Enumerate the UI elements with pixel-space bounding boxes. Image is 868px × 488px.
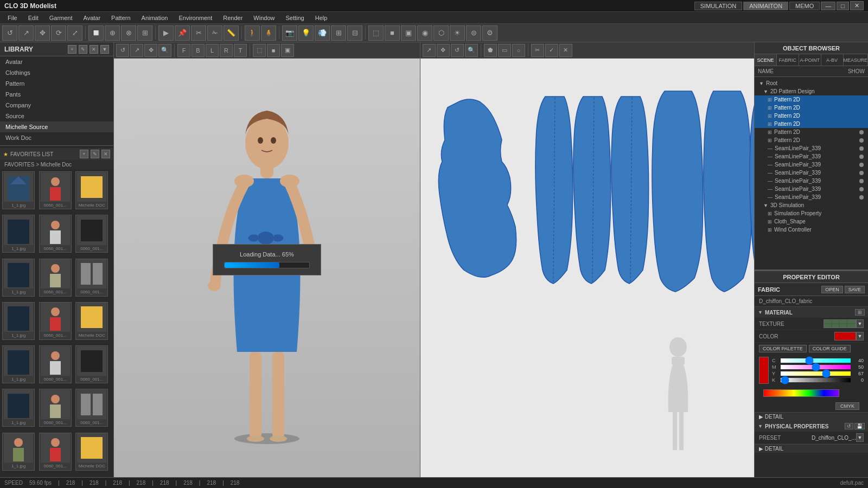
vp2d-add-circle[interactable]: ○ xyxy=(512,44,525,57)
tree-sim-property[interactable]: ⊞ Simulation Property xyxy=(755,209,868,217)
tb-measure[interactable]: 📏 xyxy=(224,25,239,41)
pe-color-box[interactable] xyxy=(834,332,856,341)
tree-root[interactable]: ▼ Root xyxy=(755,79,868,87)
menu-setting[interactable]: Setting xyxy=(280,14,309,22)
pe-k-slider[interactable] xyxy=(781,378,851,382)
thumb-19[interactable]: 1_1.jpg xyxy=(2,433,35,471)
pe-m-slider[interactable] xyxy=(781,365,851,369)
vp3d-move[interactable]: ✥ xyxy=(144,44,157,57)
fav-del-icon[interactable]: ✕ xyxy=(101,150,110,158)
sidebar-add-icon[interactable]: + xyxy=(68,45,76,54)
tree-seam-4[interactable]: — SeamLinePair_339 xyxy=(755,169,868,177)
tree-3d-simulation[interactable]: ▼ 3D Simulation xyxy=(755,201,868,209)
tb-scale[interactable]: ⤢ xyxy=(67,25,82,41)
menu-animation[interactable]: Animation xyxy=(136,14,174,22)
ob-tab-abv[interactable]: A-BV xyxy=(821,54,844,66)
menu-edit[interactable]: Edit xyxy=(23,14,44,22)
tb-move[interactable]: ✥ xyxy=(35,25,50,41)
tb-camera[interactable]: 📷 xyxy=(282,25,297,41)
vp2d-x[interactable]: ✕ xyxy=(559,44,572,57)
nav-company[interactable]: Company xyxy=(0,100,113,111)
thumb-14[interactable]: 0060_001... xyxy=(39,345,72,383)
pe-preset-expand-btn[interactable]: ▼ xyxy=(856,433,864,442)
thumb-1[interactable]: 1_1.jpg xyxy=(2,171,35,209)
pe-rainbow-bar[interactable] xyxy=(763,389,839,397)
thumb-11[interactable]: 0060_001... xyxy=(39,302,72,340)
animation-tab[interactable]: ANIMAITON xyxy=(743,2,788,10)
tree-seam-2[interactable]: — SeamLinePair_339 xyxy=(755,152,868,160)
vp3d-back[interactable]: B xyxy=(192,44,205,57)
vp2d-rotate[interactable]: ↺ xyxy=(451,44,464,57)
vp2d-sew[interactable]: ✂ xyxy=(531,44,544,57)
tree-pattern-2d-2[interactable]: ⊞ Pattern 2D xyxy=(755,104,868,112)
thumb-2[interactable]: 0060_001... xyxy=(39,171,72,209)
menu-window[interactable]: Window xyxy=(248,14,280,22)
thumb-17[interactable]: 0060_001... xyxy=(39,389,72,427)
tb-rotate[interactable]: ↺ xyxy=(2,25,17,41)
ob-tab-fabric[interactable]: FABRIC xyxy=(777,54,799,66)
tree-seam-5[interactable]: — SeamLinePair_339 xyxy=(755,177,868,185)
pe-expand-btn[interactable]: ⊞ xyxy=(855,309,865,316)
tb-3d-move[interactable]: ⊕ xyxy=(105,25,120,41)
tb-config[interactable]: ⚙ xyxy=(482,25,497,41)
tb-solid[interactable]: ■ xyxy=(385,25,400,41)
ob-tab-apoint[interactable]: A-POINT xyxy=(799,54,821,66)
thumb-6[interactable]: 0060_001... xyxy=(75,215,108,253)
tb-xray[interactable]: ☀ xyxy=(450,25,465,41)
thumb-9[interactable]: 0060_001... xyxy=(75,259,108,297)
nav-michelle-source[interactable]: Michelle Source xyxy=(0,121,113,132)
tb-cut[interactable]: ✁ xyxy=(207,25,222,41)
tb-seam[interactable]: ⊜ xyxy=(466,25,481,41)
tb-3d-rotate[interactable]: ⊗ xyxy=(121,25,136,41)
vp3d-tex[interactable]: ▣ xyxy=(281,44,294,57)
tree-seam-7[interactable]: — SeamLinePair_339 xyxy=(755,193,868,201)
tree-pattern-2d-1[interactable]: ⊞ Pattern 2D xyxy=(755,95,868,104)
vp3d-right[interactable]: R xyxy=(220,44,233,57)
menu-environment[interactable]: Environment xyxy=(173,14,218,22)
thumb-16[interactable]: 1_1.jpg xyxy=(2,389,35,427)
tree-wind-controller[interactable]: ⊞ Wind Controller xyxy=(755,226,868,234)
simulation-tab[interactable]: SIMULATION xyxy=(694,2,742,10)
pe-color-guide-btn[interactable]: COLOR GUIDE xyxy=(809,345,851,352)
thumb-21[interactable]: Michelle DOC xyxy=(75,433,108,471)
thumb-10[interactable]: 1_1.jpg xyxy=(2,302,35,340)
tree-pattern-2d-5[interactable]: ⊞ Pattern 2D xyxy=(755,128,868,136)
menu-help[interactable]: Help xyxy=(310,14,333,22)
thumb-15[interactable]: 0060_001... xyxy=(75,345,108,383)
vp3d-top[interactable]: T xyxy=(234,44,247,57)
tree-pattern-2d-3[interactable]: ⊞ Pattern 2D xyxy=(755,112,868,120)
nav-work-doc[interactable]: Work Doc xyxy=(0,132,113,143)
pe-save-btn[interactable]: SAVE xyxy=(845,286,865,293)
nav-pattern[interactable]: Pattern xyxy=(0,78,113,89)
tb-avatar-pose[interactable]: 🧍 xyxy=(261,25,276,41)
menu-render[interactable]: Render xyxy=(218,14,248,22)
tb-select[interactable]: ↗ xyxy=(18,25,34,41)
tb-texture[interactable]: ▣ xyxy=(401,25,416,41)
tree-pattern-2d-6[interactable]: ⊞ Pattern 2D xyxy=(755,136,868,144)
thumb-12[interactable]: Michelle DOC xyxy=(75,302,108,340)
nav-clothings[interactable]: Clothings xyxy=(0,67,113,78)
tb-rotate2[interactable]: ⟳ xyxy=(51,25,66,41)
pe-y-slider[interactable] xyxy=(781,371,851,376)
tree-seam-3[interactable]: — SeamLinePair_339 xyxy=(755,160,868,169)
tb-simulate[interactable]: ▶ xyxy=(158,25,174,41)
vp3d-zoom[interactable]: 🔍 xyxy=(158,44,171,57)
nav-avatar[interactable]: Avatar xyxy=(0,56,113,67)
sidebar-scroll-icon[interactable]: ▼ xyxy=(100,45,109,54)
vp3d-solid[interactable]: ■ xyxy=(267,44,280,57)
tb-snap[interactable]: ⊞ xyxy=(331,25,346,41)
pe-phys-reset-btn[interactable]: ↺ xyxy=(845,423,853,429)
memo-tab[interactable]: MEMO xyxy=(789,2,820,10)
tree-pattern-2d-4[interactable]: ⊞ Pattern 2D xyxy=(755,120,868,128)
pe-open-btn[interactable]: OPEN xyxy=(821,286,843,293)
thumb-5[interactable]: 0060_001... xyxy=(39,215,72,253)
pe-texture-expand-btn[interactable]: ▼ xyxy=(856,319,864,328)
tb-stress[interactable]: ⬡ xyxy=(433,25,449,41)
tree-seam-6[interactable]: — SeamLinePair_339 xyxy=(755,185,868,193)
ob-tab-scene[interactable]: SCENE xyxy=(755,54,777,66)
tb-light[interactable]: 💡 xyxy=(298,25,314,41)
pe-detail-section[interactable]: ▶ DETAIL xyxy=(755,413,868,421)
fav-edit-icon[interactable]: ✎ xyxy=(91,150,99,158)
vp3d-left[interactable]: L xyxy=(206,44,219,57)
maximize-btn[interactable]: □ xyxy=(837,2,849,10)
